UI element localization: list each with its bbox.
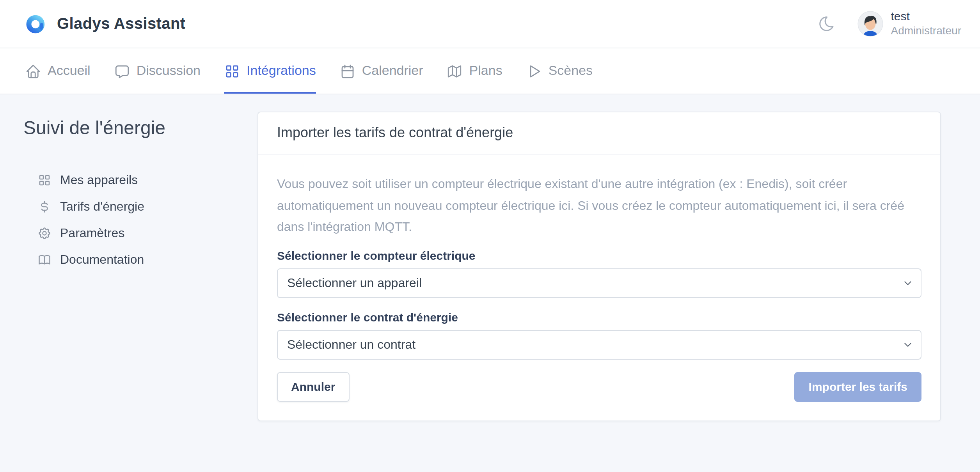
- tab-discussion[interactable]: Discussion: [114, 48, 201, 94]
- user-role: Administrateur: [891, 24, 961, 38]
- tab-label: Scènes: [549, 63, 593, 79]
- tab-accueil[interactable]: Accueil: [25, 48, 91, 94]
- content: Suivi de l'énergie Mes appareils: [0, 94, 980, 421]
- card-title: Importer les tarifs de contrat d'énergie: [277, 125, 921, 141]
- sidebar-item-parametres[interactable]: Paramètres: [23, 220, 257, 247]
- page-title: Suivi de l'énergie: [23, 117, 257, 139]
- map-icon: [447, 63, 463, 79]
- page: Gladys Assistant: [0, 0, 980, 472]
- message-icon: [114, 63, 130, 79]
- card-body: Vous pouvez soit utiliser un compteur él…: [258, 154, 940, 420]
- tab-label: Accueil: [48, 63, 91, 79]
- user-info: test Administrateur: [891, 10, 961, 38]
- dark-mode-toggle[interactable]: [817, 15, 835, 33]
- tab-integrations[interactable]: Intégrations: [224, 48, 316, 94]
- app-title: Gladys Assistant: [57, 15, 186, 33]
- avatar: [857, 11, 883, 37]
- tab-scenes[interactable]: Scènes: [526, 48, 593, 94]
- sidebar-item-documentation[interactable]: Documentation: [23, 247, 257, 273]
- gear-icon: [37, 226, 51, 240]
- grid-icon: [37, 173, 51, 187]
- contract-select[interactable]: Sélectionner un contrat: [277, 330, 921, 359]
- tab-plans[interactable]: Plans: [447, 48, 502, 94]
- grid-icon: [224, 63, 240, 79]
- sidebar: Suivi de l'énergie Mes appareils: [23, 112, 257, 421]
- import-tariffs-card: Importer les tarifs de contrat d'énergie…: [257, 112, 941, 421]
- header-actions: test Administrateur: [817, 10, 961, 38]
- sidebar-item-label: Documentation: [60, 253, 144, 267]
- tab-label: Intégrations: [247, 63, 316, 79]
- sidebar-item-tarifs-energie[interactable]: Tarifs d'énergie: [23, 193, 257, 220]
- sidebar-item-label: Mes appareils: [60, 173, 138, 187]
- tab-label: Discussion: [137, 63, 201, 79]
- user-menu[interactable]: test Administrateur: [857, 10, 961, 38]
- gladys-logo-icon: [25, 13, 47, 35]
- cancel-button[interactable]: Annuler: [277, 372, 349, 401]
- meter-select-wrap: Sélectionner un appareil: [277, 268, 921, 298]
- play-icon: [526, 63, 542, 79]
- card-description: Vous pouvez soit utiliser un compteur él…: [277, 173, 921, 238]
- dollar-icon: [37, 200, 51, 214]
- contract-select-label: Sélectionner le contrat d'énergie: [277, 310, 921, 323]
- tab-calendrier[interactable]: Calendrier: [339, 48, 423, 94]
- tab-label: Calendrier: [362, 63, 423, 79]
- brand[interactable]: Gladys Assistant: [25, 13, 186, 35]
- meter-select-label: Sélectionner le compteur électrique: [277, 248, 921, 262]
- top-header: Gladys Assistant: [0, 0, 980, 48]
- sidebar-item-label: Paramètres: [60, 226, 124, 240]
- calendar-icon: [339, 63, 356, 79]
- card-header: Importer les tarifs de contrat d'énergie: [258, 112, 940, 154]
- sidebar-menu: Mes appareils Tarifs d'énergie: [23, 167, 257, 273]
- card-footer: Annuler Importer les tarifs: [277, 372, 921, 401]
- contract-select-wrap: Sélectionner un contrat: [277, 330, 921, 359]
- home-icon: [25, 63, 41, 79]
- sidebar-item-mes-appareils[interactable]: Mes appareils: [23, 167, 257, 193]
- moon-icon: [817, 15, 835, 33]
- import-tariffs-button[interactable]: Importer les tarifs: [795, 372, 921, 401]
- tab-label: Plans: [469, 63, 502, 79]
- book-icon: [37, 253, 51, 267]
- user-name: test: [891, 10, 961, 25]
- sidebar-item-label: Tarifs d'énergie: [60, 200, 144, 214]
- meter-select[interactable]: Sélectionner un appareil: [277, 268, 921, 298]
- main-nav: Accueil Discussion Intégrations: [0, 48, 980, 94]
